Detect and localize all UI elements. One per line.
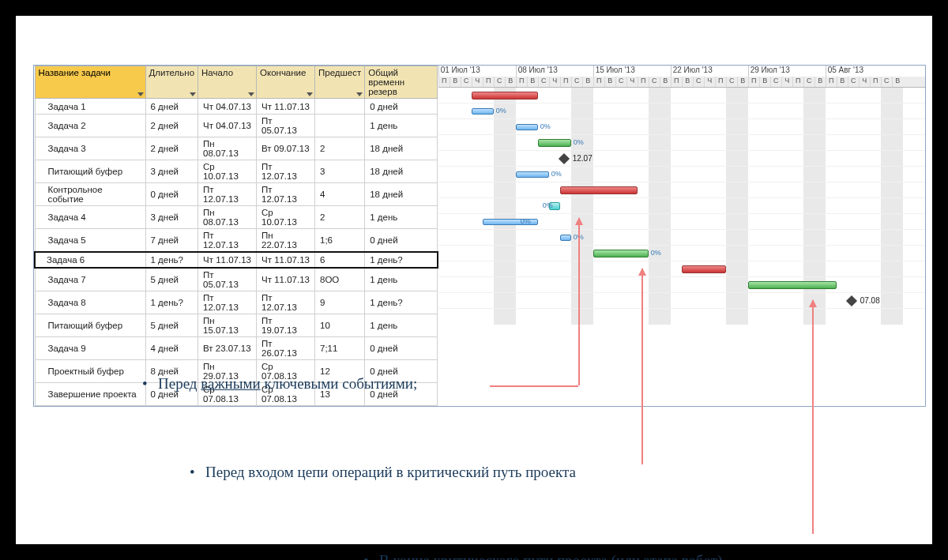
bullet-1: Перед важными ключевыми событиями; — [142, 375, 722, 393]
ms-project-panel: Название задачи Длительно Начало Окончан… — [33, 65, 926, 407]
table-row[interactable]: Задача 81 день?Пт 12.07.13Пт 12.07.1391 … — [35, 291, 438, 314]
gantt-bar[interactable] — [593, 250, 649, 257]
gantt-bar[interactable] — [516, 124, 538, 130]
table-row[interactable]: Задача 16 днейЧт 04.07.13Чт 11.07.130 дн… — [35, 99, 438, 115]
slide: Название задачи Длительно Начало Окончан… — [16, 16, 932, 544]
table-row[interactable]: Задача 57 днейПт 12.07.13Пн 22.07.131;60… — [35, 229, 438, 253]
gantt-bar[interactable] — [516, 171, 549, 178]
col-slack[interactable]: Общий временн резерв — [365, 66, 438, 99]
col-name[interactable]: Название задачи — [35, 66, 145, 99]
col-end[interactable]: Окончание — [257, 66, 315, 99]
bullet-2: Перед входом цепи операций в критический… — [190, 464, 722, 481]
table-row[interactable]: Задача 75 днейПт 05.07.13Чт 11.07.138ОО1… — [35, 268, 438, 291]
gantt-bar[interactable] — [538, 139, 571, 147]
annotation-arrow-2 — [641, 269, 643, 464]
gantt-body: 0%0%0%12.070%0%0%0%0%07.08 — [438, 88, 925, 325]
gantt-bar[interactable] — [472, 108, 494, 115]
table-row[interactable]: Питающий буфер3 днейСр 10.07.13Пт 12.07.… — [35, 160, 438, 183]
gantt-timeline-header: 01 Июл '1308 Июл '1315 Июл '1322 Июл '13… — [438, 66, 925, 88]
gantt-bar[interactable] — [682, 265, 726, 273]
annotation-list: Перед важными ключевыми событиями; Перед… — [142, 375, 722, 560]
dropdown-icon[interactable] — [356, 92, 363, 96]
dropdown-icon[interactable] — [248, 92, 254, 96]
task-table[interactable]: Название задачи Длительно Начало Окончан… — [34, 66, 438, 406]
dropdown-icon[interactable] — [190, 92, 196, 96]
bullet-3: В конце критического пути проекта (или э… — [363, 552, 722, 560]
gantt-bar[interactable] — [560, 186, 638, 194]
milestone-icon — [846, 295, 857, 306]
col-pred[interactable]: Предшест — [315, 66, 365, 99]
dropdown-icon[interactable] — [307, 92, 313, 96]
gantt-chart[interactable]: 01 Июл '1308 Июл '1315 Июл '1322 Июл '13… — [438, 66, 925, 325]
table-row[interactable]: Задача 43 днейПн 08.07.13Ср 10.07.1321 д… — [35, 206, 438, 229]
annotation-arrow-1 — [578, 218, 580, 385]
table-row[interactable]: Контрольное событие0 днейПт 12.07.13Пт 1… — [35, 183, 438, 206]
milestone-icon — [559, 153, 570, 164]
table-row[interactable]: Задача 94 днейВт 23.07.13Пт 26.07.137;11… — [35, 337, 438, 360]
gantt-bar[interactable] — [472, 92, 538, 100]
table-row[interactable]: Питающий буфер5 днейПн 15.07.13Пт 19.07.… — [35, 314, 438, 337]
gantt-bar[interactable] — [748, 281, 837, 289]
table-row[interactable]: Задача 22 днейЧт 04.07.13Пт 05.07.131 де… — [35, 115, 438, 137]
gantt-bar[interactable] — [560, 235, 571, 241]
table-row[interactable]: Задача 32 днейПн 08.07.13Вт 09.07.13218 … — [35, 137, 438, 160]
table-row[interactable]: Задача 61 день?Чт 11.07.13Чт 11.07.1361 … — [35, 252, 438, 268]
col-start[interactable]: Начало — [198, 66, 257, 99]
col-duration[interactable]: Длительно — [145, 66, 198, 99]
annotation-arrow-1h — [490, 385, 578, 387]
annotation-arrow-3 — [812, 300, 814, 534]
dropdown-icon[interactable] — [137, 92, 144, 96]
